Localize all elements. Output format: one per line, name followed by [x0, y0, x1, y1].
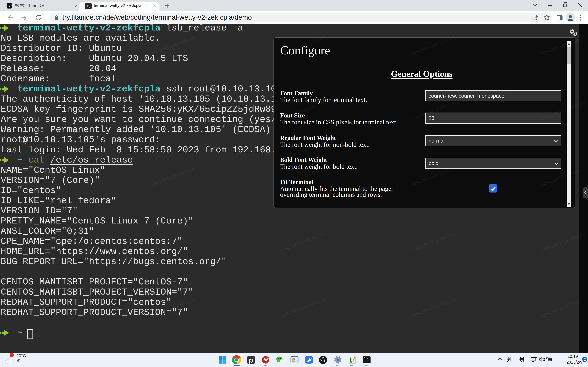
svg-text:C:\_: C:\_	[364, 357, 369, 360]
svg-text:p: p	[249, 356, 253, 364]
